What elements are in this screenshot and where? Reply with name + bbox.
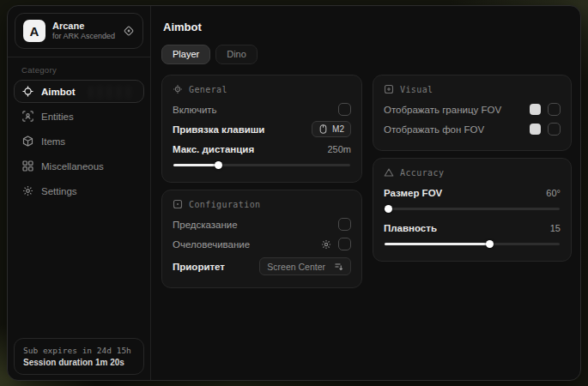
- sidebar-item-label: Entities: [41, 112, 74, 122]
- crosshair-icon: [22, 86, 33, 97]
- target-frame-icon: [173, 84, 183, 94]
- sidebar-item-label: Aimbot: [41, 87, 76, 97]
- fov-border-checkbox[interactable]: [548, 103, 561, 116]
- sidebar-item-miscellaneous[interactable]: Miscellaneous: [14, 154, 144, 178]
- fov-border-color-swatch[interactable]: [530, 104, 541, 115]
- priority-label: Приоритет: [173, 262, 225, 272]
- fov-size-value: 60°: [546, 188, 561, 198]
- panel-accuracy: Accuracy Размер FOV 60° Плавность 15: [373, 158, 572, 262]
- sidebar-divider: [8, 57, 150, 57]
- focus-box-icon: [173, 199, 183, 209]
- brand-logo: A: [23, 20, 45, 42]
- panel-title: Visual: [400, 85, 433, 94]
- brand-name: Arcane: [52, 21, 116, 32]
- panel-title: Accuracy: [400, 168, 444, 178]
- fov-background-label: Отображать фон FOV: [384, 124, 484, 135]
- humanize-label: Очеловечивание: [173, 239, 250, 250]
- package-icon: [22, 136, 33, 147]
- fov-size-label: Размер FOV: [384, 188, 442, 198]
- slider-thumb[interactable]: [486, 240, 494, 248]
- category-label: Category: [21, 65, 150, 75]
- max-distance-label: Макс. дистанция: [173, 144, 254, 154]
- prediction-checkbox[interactable]: [338, 218, 351, 231]
- slider-thumb[interactable]: [215, 161, 222, 169]
- mouse-icon: [318, 124, 328, 134]
- enable-label: Включить: [173, 105, 217, 115]
- scan-person-icon: [22, 111, 33, 122]
- smoothness-label: Плавность: [384, 223, 437, 233]
- smoothness-slider[interactable]: [385, 240, 560, 248]
- slider-fill: [173, 164, 218, 166]
- max-distance-slider[interactable]: [173, 161, 350, 169]
- priority-selected-value: Screen Center: [267, 262, 325, 272]
- enable-checkbox[interactable]: [338, 103, 351, 116]
- humanize-settings-gear-icon[interactable]: [321, 239, 331, 250]
- triangle-icon: [384, 167, 394, 178]
- subscription-info-card: Sub expires in 24d 15h Session duration …: [14, 338, 144, 375]
- gear-icon: [22, 185, 33, 196]
- sidebar: A Arcane for ARK Ascended Category: [8, 6, 151, 380]
- sidebar-item-aimbot[interactable]: Aimbot: [14, 80, 144, 103]
- panel-general: General Включить Привязка клавиши: [161, 75, 362, 183]
- max-distance-value: 250m: [327, 144, 351, 154]
- tab-player[interactable]: Player: [161, 45, 210, 64]
- sidebar-item-items[interactable]: Items: [14, 130, 144, 153]
- tab-bar: Player Dino: [161, 45, 572, 64]
- sidebar-item-label: Miscellaneous: [41, 161, 104, 172]
- brand-text: Arcane for ARK Ascended: [52, 21, 116, 41]
- sidebar-item-settings[interactable]: Settings: [14, 179, 144, 202]
- page-title: Aimbot: [163, 21, 572, 33]
- grid-icon: [22, 160, 33, 172]
- slider-track: [385, 208, 560, 210]
- fov-size-slider[interactable]: [385, 205, 560, 213]
- panel-configuration: Configuration Предсказание Очеловечивани…: [161, 190, 362, 288]
- app-window: A Arcane for ARK Ascended Category: [7, 5, 581, 381]
- list-select-icon: [334, 262, 343, 271]
- tab-dino[interactable]: Dino: [215, 45, 258, 64]
- sidebar-item-label: Items: [41, 136, 65, 147]
- active-item-decor: [88, 85, 136, 100]
- keybind-button[interactable]: M2: [312, 121, 351, 137]
- sidebar-item-label: Settings: [41, 186, 77, 196]
- prediction-label: Предсказание: [173, 220, 238, 230]
- keybind-value: M2: [332, 124, 344, 134]
- slider-fill: [385, 243, 489, 245]
- keybind-label: Привязка клавиши: [173, 124, 264, 135]
- fov-background-checkbox[interactable]: [548, 123, 561, 136]
- smoothness-value: 15: [550, 223, 561, 233]
- panel-visual: Visual Отображать границу FOV Отображать…: [373, 75, 572, 151]
- sub-expires-text: Sub expires in 24d 15h: [23, 346, 135, 355]
- fov-background-color-swatch[interactable]: [530, 124, 541, 135]
- panel-title: General: [189, 85, 227, 94]
- humanize-checkbox[interactable]: [338, 238, 351, 250]
- sidebar-nav: Aimbot Entities Items: [8, 80, 150, 202]
- brand-subtitle: for ARK Ascended: [52, 32, 116, 41]
- fov-border-label: Отображать границу FOV: [384, 105, 501, 115]
- target-diamond-icon[interactable]: [123, 25, 135, 37]
- brand-card: A Arcane for ARK Ascended: [15, 13, 143, 49]
- session-duration-text: Session duration 1m 20s: [23, 358, 135, 367]
- slider-thumb[interactable]: [385, 205, 392, 213]
- panel-title: Configuration: [189, 200, 260, 209]
- sidebar-item-entities[interactable]: Entities: [14, 105, 144, 128]
- priority-dropdown[interactable]: Screen Center: [259, 257, 351, 275]
- frame-plus-icon: [384, 84, 394, 94]
- main-content: Aimbot Player Dino General: [151, 6, 581, 380]
